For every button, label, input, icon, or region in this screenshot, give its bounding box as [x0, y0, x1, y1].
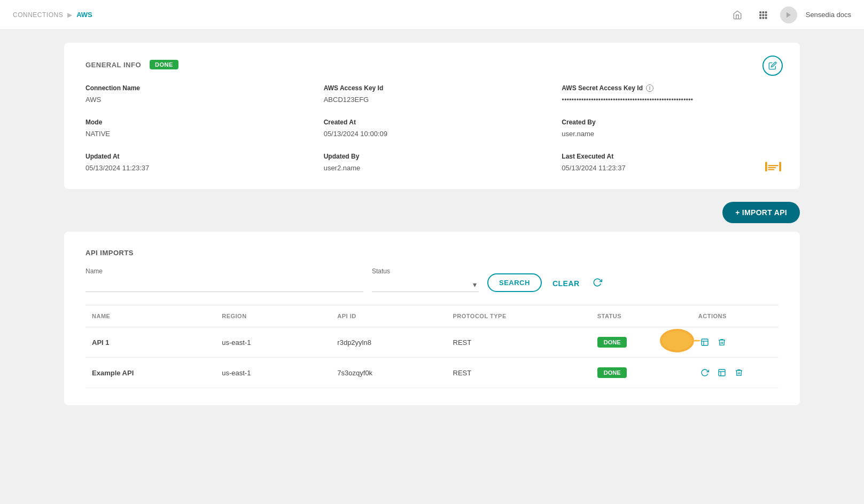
general-info-title: GENERAL INFO [85, 61, 141, 69]
created-by-label: Created By [562, 119, 779, 126]
table-body: API 1 us-east-1 r3dp2yyln8 REST DONE [85, 327, 779, 388]
home-button[interactable] [729, 6, 746, 23]
last-executed-label: Last Executed At [562, 153, 779, 160]
api-imports-card: API IMPORTS Name Status DONE PENDING ERR… [64, 232, 800, 405]
filter-row: Name Status DONE PENDING ERROR ▾ SEARCH … [85, 267, 779, 292]
name-filter-field: Name [85, 267, 363, 292]
updated-at-label: Updated At [85, 153, 302, 160]
access-key-value: ABCD123EFG [324, 96, 369, 104]
status-filter-label: Status [372, 267, 479, 275]
svg-rect-0 [759, 11, 761, 13]
cell-region: us-east-1 [215, 327, 331, 358]
general-info-header: GENERAL INFO DONE [85, 60, 779, 69]
name-filter-label: Name [85, 267, 363, 275]
access-key-label: AWS Access Key Id [324, 84, 541, 92]
breadcrumb-connections[interactable]: CONNECTIONS [13, 11, 63, 19]
col-header-name: NAME [85, 305, 215, 327]
view-icon [718, 368, 726, 377]
grid-button[interactable] [754, 6, 772, 23]
top-nav: CONNECTIONS ▶ AWS Sensedia docs [0, 0, 864, 30]
updated-by-label: Updated By [324, 153, 541, 160]
svg-rect-10 [765, 162, 767, 171]
cell-protocol: REST [447, 358, 591, 388]
api-imports-title: API IMPORTS [85, 249, 779, 257]
home-icon [733, 10, 742, 20]
table-row: Example API us-east-1 7s3ozqyf0k REST DO… [85, 358, 779, 388]
sensedia-docs-link[interactable]: Sensedia docs [806, 11, 851, 19]
cell-status: DONE [591, 358, 692, 388]
mode-value: NATIVE [85, 130, 110, 138]
svg-rect-4 [762, 14, 764, 16]
svg-marker-9 [787, 12, 791, 18]
updated-by-value: user2.name [324, 164, 361, 172]
name-filter-input[interactable] [85, 277, 363, 292]
grid-icon [758, 10, 768, 20]
aws-icon [764, 157, 783, 176]
cell-apiid: r3dp2yyln8 [331, 327, 446, 358]
nav-right: Sensedia docs [729, 6, 851, 23]
connection-name-value: AWS [85, 96, 101, 104]
created-at-value: 05/13/2024 10:00:09 [324, 130, 387, 138]
view-row-button[interactable] [698, 336, 711, 349]
updated-by-field: Updated By user2.name [324, 153, 541, 172]
delete-row-button[interactable] [715, 336, 728, 349]
general-info-status-badge: DONE [150, 60, 178, 69]
created-by-field: Created By user.name [562, 119, 779, 138]
table-row: API 1 us-east-1 r3dp2yyln8 REST DONE [85, 327, 779, 358]
created-at-field: Created At 05/13/2024 10:00:09 [324, 119, 541, 138]
svg-rect-21 [719, 369, 725, 376]
status-filter-field: Status DONE PENDING ERROR ▾ [372, 267, 479, 292]
table-header: NAME REGION API ID PROTOCOL TYPE STATUS … [85, 305, 779, 327]
view-row-button[interactable] [715, 366, 728, 379]
info-grid: Connection Name AWS AWS Access Key Id AB… [85, 84, 779, 172]
import-api-row: + IMPORT API [64, 198, 800, 232]
status-badge: DONE [597, 367, 627, 378]
cell-apiid: 7s3ozqyf0k [331, 358, 446, 388]
edit-icon [768, 61, 777, 70]
delete-icon [718, 338, 726, 346]
cell-actions [692, 327, 779, 358]
svg-rect-8 [765, 17, 767, 19]
connection-name-label: Connection Name [85, 84, 302, 92]
status-select-wrap: DONE PENDING ERROR ▾ [372, 277, 479, 292]
general-info-card: GENERAL INFO DONE Connection Name AWS AW… [64, 43, 800, 189]
svg-rect-12 [768, 165, 779, 166]
col-header-actions: ACTIONS [692, 305, 779, 327]
cell-protocol: REST [447, 327, 591, 358]
svg-rect-11 [779, 162, 781, 171]
svg-rect-6 [759, 17, 761, 19]
delete-row-button[interactable] [733, 366, 745, 379]
breadcrumb-separator: ▶ [67, 11, 72, 19]
svg-rect-5 [765, 14, 767, 16]
search-button[interactable]: SEARCH [487, 273, 542, 292]
svg-rect-18 [702, 339, 708, 345]
svg-rect-1 [762, 11, 764, 13]
col-header-status: STATUS [591, 305, 692, 327]
cell-name: API 1 [85, 327, 215, 358]
api-imports-table: NAME REGION API ID PROTOCOL TYPE STATUS … [85, 305, 779, 388]
created-by-value: user.name [562, 130, 594, 138]
edit-button[interactable] [762, 56, 783, 76]
svg-rect-2 [765, 11, 767, 13]
play-button[interactable] [780, 6, 797, 23]
access-key-field: AWS Access Key Id ABCD123EFG [324, 84, 541, 104]
main-content: GENERAL INFO DONE Connection Name AWS AW… [0, 30, 864, 427]
import-api-button[interactable]: + IMPORT API [722, 202, 800, 223]
connection-name-field: Connection Name AWS [85, 84, 302, 104]
svg-rect-7 [762, 17, 764, 19]
last-executed-field: Last Executed At 05/13/2024 11:23:37 [562, 153, 779, 172]
secret-key-label: AWS Secret Access Key Id i [562, 84, 779, 92]
created-at-label: Created At [324, 119, 541, 126]
col-header-protocol: PROTOCOL TYPE [447, 305, 591, 327]
clear-button[interactable]: CLEAR [550, 275, 582, 292]
cell-name: Example API [85, 358, 215, 388]
sync-icon [700, 368, 709, 377]
svg-rect-3 [759, 14, 761, 16]
delete-icon [735, 368, 743, 377]
cell-region: us-east-1 [215, 358, 331, 388]
svg-rect-13 [768, 167, 776, 168]
status-filter-select[interactable]: DONE PENDING ERROR [372, 277, 479, 292]
view-icon [700, 338, 709, 346]
refresh-button[interactable] [590, 275, 604, 292]
sync-row-button[interactable] [698, 366, 711, 379]
